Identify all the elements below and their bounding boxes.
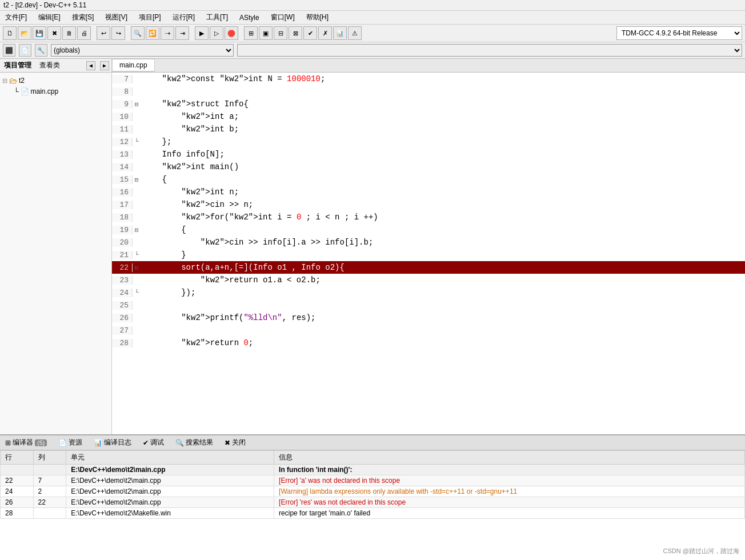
fold-icon[interactable]: ⊟ (133, 226, 141, 234)
tb-open[interactable]: 📂 (18, 26, 31, 40)
menu-item-9[interactable]: 帮助[H] (305, 12, 330, 23)
tb-layout1[interactable]: ⊞ (244, 26, 258, 40)
tb-goto[interactable]: ⇢ (161, 26, 174, 40)
left-tab-project[interactable]: 项目管理 (2, 60, 33, 71)
fold-icon[interactable] (133, 88, 141, 95)
fold-icon[interactable] (133, 201, 141, 208)
tb-close-proj[interactable]: ✖ (47, 26, 61, 40)
tb-warn[interactable]: ⚠ (348, 26, 362, 40)
fold-icon[interactable]: └ (133, 251, 141, 258)
tb-save-all[interactable]: 🗎 (62, 26, 76, 40)
fold-icon[interactable] (133, 302, 141, 309)
fold-icon[interactable] (133, 163, 141, 170)
code-line-15[interactable]: 15⊟ { (112, 173, 745, 186)
bottom-tab-1[interactable]: 📄资源 (56, 437, 85, 448)
code-area[interactable]: 7 "kw2">const "kw2">int N = 1000010;8 9⊟… (112, 73, 745, 434)
fold-icon[interactable]: ⊟ (133, 176, 141, 183)
fold-icon[interactable]: ⊟ (133, 101, 141, 108)
fold-icon[interactable] (133, 75, 141, 82)
tb-cancel[interactable]: ✗ (318, 26, 332, 40)
menu-item-6[interactable]: 工具[T] (205, 12, 230, 23)
tb-layout3[interactable]: ⊟ (274, 26, 287, 40)
tb-compile-run[interactable]: ▶ (195, 26, 209, 40)
code-line-14[interactable]: 14 "kw2">int main() (112, 161, 745, 173)
table-row[interactable]: 28E:\DevC++\demo\t2\Makefile.winrecipe f… (1, 508, 745, 519)
tb-chart[interactable]: 📊 (333, 26, 347, 40)
fold-icon[interactable] (133, 314, 141, 321)
table-row[interactable]: 227E:\DevC++\demo\t2\main.cpp[Error] 'a'… (1, 475, 745, 486)
fold-icon[interactable] (133, 327, 141, 334)
fold-icon[interactable] (133, 239, 141, 246)
fold-icon[interactable]: └ (133, 289, 141, 296)
code-line-21[interactable]: 21└ } (112, 249, 745, 261)
code-line-26[interactable]: 26 "kw2">printf("%lld\n", res); (112, 311, 745, 324)
tb-replace[interactable]: 🔁 (146, 26, 159, 40)
bottom-tab-0[interactable]: ⊞编译器(5) (3, 437, 49, 448)
code-line-17[interactable]: 17 "kw2">cin >> n; (112, 198, 745, 211)
code-line-23[interactable]: 23 "kw2">return o1.a < o2.b; (112, 274, 745, 286)
code-line-27[interactable]: 27 (112, 324, 745, 337)
tb-redo[interactable]: ↪ (111, 26, 125, 40)
code-line-7[interactable]: 7 "kw2">const "kw2">int N = 1000010; (112, 73, 745, 85)
tb-stop[interactable]: 🛑 (225, 26, 238, 40)
fold-icon[interactable]: └ (133, 138, 141, 145)
fold-icon[interactable] (133, 126, 141, 133)
code-line-25[interactable]: 25 (112, 299, 745, 311)
code-line-19[interactable]: 19⊟ { (112, 223, 745, 236)
bottom-tab-3[interactable]: ✔调试 (141, 437, 166, 448)
tb-save[interactable]: 💾 (33, 26, 46, 40)
menu-item-5[interactable]: 运行[R] (171, 12, 197, 23)
func-dropdown[interactable] (237, 44, 742, 57)
code-line-12[interactable]: 12└ }; (112, 135, 745, 148)
code-line-10[interactable]: 10 "kw2">int a; (112, 110, 745, 123)
tb-scope-btn3[interactable]: 🔧 (35, 44, 47, 57)
compiler-select[interactable]: TDM-GCC 4.9.2 64-bit Release (616, 26, 742, 40)
code-line-28[interactable]: 28 "kw2">return 0; (112, 337, 745, 349)
tb-run[interactable]: ▷ (210, 26, 223, 40)
code-line-18[interactable]: 18 "kw2">for("kw2">int i = 0 ; i < n ; i… (112, 211, 745, 223)
left-tab-class[interactable]: 查看类 (38, 60, 62, 71)
menu-item-7[interactable]: AStyle (238, 13, 261, 22)
table-row[interactable]: 242E:\DevC++\demo\t2\main.cpp[Warning] l… (1, 486, 745, 497)
menu-item-3[interactable]: 视图[V] (103, 12, 129, 23)
menu-item-4[interactable]: 项目[P] (137, 12, 163, 23)
fold-icon[interactable] (133, 113, 141, 120)
menu-item-0[interactable]: 文件[F] (3, 12, 29, 23)
fold-icon[interactable] (133, 277, 141, 283)
tb-layout2[interactable]: ▣ (259, 26, 273, 40)
fold-icon[interactable] (133, 151, 141, 158)
code-line-20[interactable]: 20 "kw2">cin >> info[i].a >> info[i].b; (112, 236, 745, 249)
table-row[interactable]: 2622E:\DevC++\demo\t2\main.cpp[Error] 'r… (1, 497, 745, 508)
left-nav-next[interactable]: ▶ (100, 61, 109, 70)
tb-layout4[interactable]: ⊠ (289, 26, 302, 40)
tb-check[interactable]: ✔ (303, 26, 317, 40)
tree-root-t2[interactable]: ⊟ 🗁 t2 (2, 75, 109, 86)
menu-item-8[interactable]: 窗口[W] (269, 12, 297, 23)
bottom-tab-4[interactable]: 🔍搜索结果 (173, 437, 215, 448)
tb-print[interactable]: 🖨 (77, 26, 91, 40)
menu-item-1[interactable]: 编辑[E] (37, 12, 62, 23)
tb-undo[interactable]: ↩ (97, 26, 110, 40)
code-line-24[interactable]: 24└ }); (112, 286, 745, 299)
menu-item-2[interactable]: 搜索[S] (70, 12, 96, 23)
bottom-tab-2[interactable]: 📊编译日志 (91, 437, 134, 448)
fold-icon[interactable]: ⊟ (133, 264, 141, 271)
code-line-8[interactable]: 8 (112, 85, 745, 98)
code-line-9[interactable]: 9⊟ "kw2">struct Info{ (112, 98, 745, 110)
tb-find[interactable]: 🔍 (131, 26, 145, 40)
fold-icon[interactable] (133, 189, 141, 195)
scope-dropdown[interactable]: (globals) (51, 44, 234, 57)
fold-icon[interactable] (133, 339, 141, 346)
code-line-22[interactable]: 22⊟ sort(a,a+n,[=](Info o1 , Info o2){ (112, 261, 745, 274)
tb-indent[interactable]: ⇥ (175, 26, 189, 40)
tb-new[interactable]: 🗋 (3, 26, 17, 40)
tb-scope-btn2[interactable]: 📄 (19, 44, 31, 57)
code-line-16[interactable]: 16 "kw2">int n; (112, 186, 745, 198)
tb-scope-btn1[interactable]: ⬛ (3, 44, 15, 57)
code-line-13[interactable]: 13 Info info[N]; (112, 148, 745, 161)
left-nav-prev[interactable]: ◀ (86, 61, 95, 70)
file-tab-maincpp[interactable]: main.cpp (112, 59, 155, 72)
fold-icon[interactable] (133, 214, 141, 221)
bottom-tab-5[interactable]: ✖关闭 (222, 437, 248, 448)
code-line-11[interactable]: 11 "kw2">int b; (112, 123, 745, 135)
